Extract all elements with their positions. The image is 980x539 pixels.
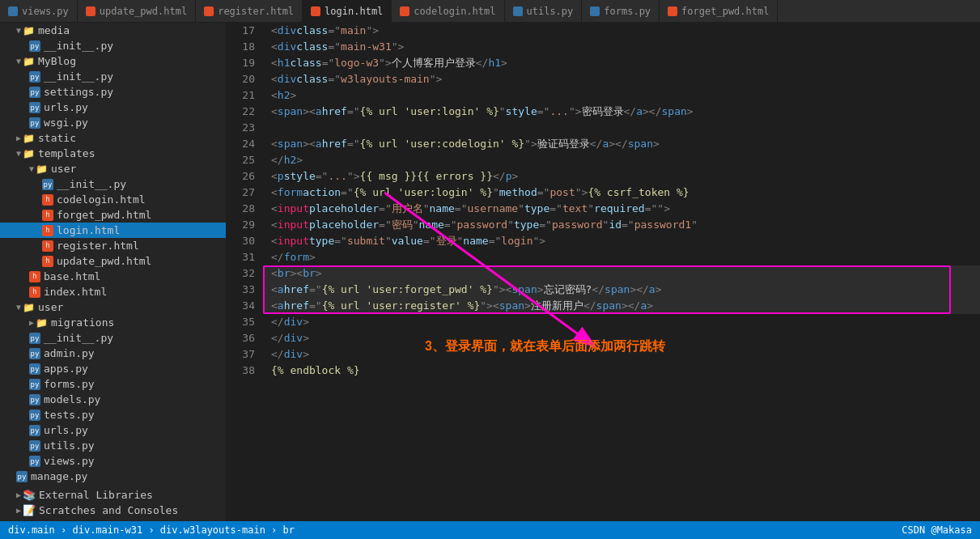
tab-bar: views.py update_pwd.html register.html l… — [0, 0, 980, 23]
code-line-31: </form> — [263, 249, 980, 265]
sidebar-item-label: views.py — [44, 455, 95, 467]
arrow-icon: ▼ — [16, 149, 21, 158]
code-line-18: <div class="main-w31"> — [263, 39, 980, 55]
sidebar-item-label: MyBlog — [38, 55, 76, 67]
sidebar-item-user[interactable]: ▼📁user — [0, 161, 226, 176]
py-file-icon: py — [29, 379, 40, 390]
tab-forms-py[interactable]: forms.py — [582, 0, 660, 23]
tab-login[interactable]: login.html — [303, 0, 392, 23]
sidebar-item-label: user — [51, 163, 76, 175]
sidebar-item-urls-py[interactable]: pyurls.py — [0, 100, 226, 115]
sidebar-item-wsgi-py[interactable]: pywsgi.py — [0, 115, 226, 130]
arrow-icon: ▶ — [29, 318, 34, 327]
sidebar-item-myblog[interactable]: ▼📁MyBlog — [0, 53, 226, 69]
sidebar-item---init---py[interactable]: py__init__.py — [0, 330, 226, 346]
sidebar-item-base-html[interactable]: hbase.html — [0, 269, 226, 284]
sidebar-item-label: __init__.py — [44, 70, 113, 83]
line-number-25: 25 — [227, 152, 255, 168]
sidebar-item-register-html[interactable]: hregister.html — [0, 238, 226, 253]
html-icon — [86, 6, 95, 16]
line-number-36: 36 — [227, 330, 255, 346]
sidebar-item-migrations[interactable]: ▶📁migrations — [0, 315, 226, 330]
tab-label: login.html — [325, 6, 383, 17]
tab-register[interactable]: register.html — [196, 0, 303, 23]
py-file-icon: py — [29, 363, 40, 375]
arrow-icon: ▶ — [16, 506, 21, 515]
tab-views-py[interactable]: views.py — [0, 0, 78, 23]
html-file-icon: h — [29, 286, 40, 298]
py-file-icon: py — [29, 425, 40, 436]
sidebar-item-manage-py[interactable]: pymanage.py — [0, 469, 226, 484]
html-file-icon: h — [42, 194, 53, 206]
annotation-text: 3、登录界面，就在表单后面添加两行跳转 — [425, 338, 665, 354]
html-file-icon: h — [42, 256, 53, 267]
sidebar-item-external-libraries[interactable]: ▶ 📚 External Libraries — [0, 487, 226, 503]
sidebar-item-label: tests.py — [44, 409, 95, 421]
html-file-icon: h — [42, 210, 53, 221]
line-number-35: 35 — [227, 314, 255, 330]
line-numbers: 1718192021222324252627282930313233343536… — [227, 23, 263, 521]
sidebar-item-label: __init__.py — [44, 332, 113, 344]
sidebar-item-admin-py[interactable]: pyadmin.py — [0, 346, 226, 361]
tab-update-pwd[interactable]: update_pwd.html — [78, 0, 196, 23]
py-file-icon: py — [42, 179, 53, 190]
code-line-26: <p style="...">{{ msg }}{{ errors }}</p> — [263, 168, 980, 185]
code-line-24: <span><a href="{% url 'user:codelogin' %… — [263, 136, 980, 152]
sidebar-item-label: forms.py — [44, 378, 95, 390]
sidebar-item-models-py[interactable]: pymodels.py — [0, 392, 226, 407]
arrow-icon: ▼ — [16, 26, 21, 35]
html-file-icon: h — [29, 271, 40, 282]
html-icon — [204, 6, 214, 16]
sidebar-item-login-html[interactable]: hlogin.html — [0, 223, 226, 238]
sidebar-item---init---py[interactable]: py__init__.py — [0, 38, 226, 53]
sidebar-item-label: apps.py — [44, 363, 88, 375]
line-number-26: 26 — [227, 168, 255, 185]
folder-icon: 📁 — [23, 133, 35, 144]
html-file-icon: h — [42, 240, 53, 252]
line-number-21: 21 — [227, 87, 255, 104]
sidebar-item-forget-pwd-html[interactable]: hforget_pwd.html — [0, 207, 226, 223]
tab-label: codelogin.html — [414, 6, 495, 17]
sidebar-item-index-html[interactable]: hindex.html — [0, 284, 226, 299]
sidebar-item-user[interactable]: ▼📁user — [0, 299, 226, 315]
sidebar-item-label: models.py — [44, 393, 100, 405]
sidebar-item-urls-py[interactable]: pyurls.py — [0, 422, 226, 438]
sidebar-item-utils-py[interactable]: pyutils.py — [0, 438, 226, 453]
tab-utils-py[interactable]: utils.py — [505, 0, 583, 23]
sidebar: ▼📁mediapy__init__.py▼📁MyBlogpy__init__.p… — [0, 23, 227, 521]
code-line-29: <input placeholder="密码" name="password" … — [263, 217, 980, 233]
sidebar-item-codelogin-html[interactable]: hcodelogin.html — [0, 192, 226, 207]
sidebar-item-label: login.html — [57, 224, 120, 236]
sidebar-item-settings-py[interactable]: pysettings.py — [0, 84, 226, 100]
py-file-icon: py — [29, 410, 40, 421]
py-file-icon: py — [29, 87, 40, 98]
py-file-icon: py — [29, 394, 40, 405]
sidebar-item-label: urls.py — [44, 101, 88, 113]
arrow-icon: ▼ — [16, 57, 21, 66]
line-number-28: 28 — [227, 201, 255, 217]
sidebar-item-label: index.html — [44, 286, 107, 298]
html-icon — [400, 6, 409, 16]
sidebar-item-templates[interactable]: ▼📁templates — [0, 146, 226, 161]
sidebar-item---init---py[interactable]: py__init__.py — [0, 69, 226, 84]
sidebar-item-scratches[interactable]: ▶ 📝 Scratches and Consoles — [0, 503, 226, 518]
code-content[interactable]: <div class="main"> <div class="main-w31"… — [263, 23, 980, 521]
sidebar-item-apps-py[interactable]: pyapps.py — [0, 361, 226, 376]
sidebar-item-media[interactable]: ▼📁media — [0, 23, 226, 38]
tab-codelogin[interactable]: codelogin.html — [392, 0, 504, 23]
sidebar-item---init---py[interactable]: py__init__.py — [0, 176, 226, 192]
code-line-35: </div> — [263, 314, 980, 330]
tab-forget-pwd[interactable]: forget_pwd.html — [660, 0, 778, 23]
sidebar-item-tests-py[interactable]: pytests.py — [0, 407, 226, 422]
sidebar-item-label: static — [38, 132, 76, 144]
sidebar-item-label: media — [38, 24, 70, 36]
tab-label: register.html — [218, 6, 294, 17]
sidebar-item-forms-py[interactable]: pyforms.py — [0, 376, 226, 392]
py-file-icon: py — [29, 117, 40, 129]
sidebar-item-views-py[interactable]: pyviews.py — [0, 453, 226, 469]
sidebar-item-static[interactable]: ▶📁static — [0, 130, 226, 146]
line-number-38: 38 — [227, 363, 255, 379]
line-number-23: 23 — [227, 120, 255, 136]
sidebar-item-update-pwd-html[interactable]: hupdate_pwd.html — [0, 253, 226, 269]
csdn-label: CSDN @Makasa — [902, 524, 972, 536]
